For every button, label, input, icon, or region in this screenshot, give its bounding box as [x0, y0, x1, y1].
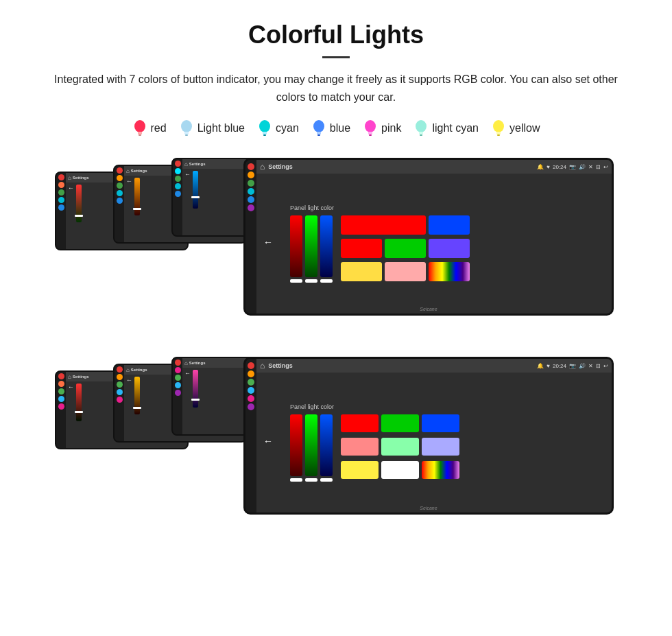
svg-rect-1 [138, 132, 142, 134]
big-device-settings-label: Settings [268, 163, 533, 170]
light-cyan-bulb-icon [413, 119, 429, 137]
cyan-bulb-icon [257, 119, 272, 137]
svg-rect-8 [263, 134, 266, 136]
blue-bulb-icon [311, 119, 326, 137]
big-device-bottom: ⌂ Settings 🔔♥20:24📷🔊✕⊟↩ ← Panel li [243, 357, 614, 515]
page-container: Colorful Lights Integrated with 7 colors… [0, 0, 672, 549]
devices-wrapper: ⌂ Settings ← [27, 158, 645, 521]
big-device-topbar-icons: 🔔♥20:24📷🔊✕⊟↩ [537, 164, 608, 170]
svg-point-6 [259, 120, 270, 132]
color-item-cyan: cyan [257, 119, 299, 137]
big-device-b-settings-label: Settings [268, 362, 533, 369]
svg-rect-5 [185, 134, 188, 136]
bottom-device-group: ⌂ Settings ← [55, 357, 617, 521]
panel-light-label: Panel light color [290, 204, 470, 211]
svg-point-15 [416, 120, 427, 132]
light-blue-bulb-icon [179, 119, 194, 137]
svg-rect-10 [317, 132, 321, 134]
light-blue-label: Light blue [197, 122, 245, 134]
big-device-top: ⌂ Settings 🔔♥20:24📷🔊✕⊟↩ ← Panel li [243, 158, 614, 316]
svg-point-12 [365, 120, 376, 132]
panel-light-label-b: Panel light color [290, 403, 459, 410]
pink-label: pink [381, 122, 401, 134]
subtitle: Integrated with 7 colors of button indic… [41, 71, 631, 106]
blue-label: blue [330, 122, 350, 134]
svg-rect-14 [369, 134, 372, 136]
device-watermark-top: Seicane [420, 307, 437, 311]
cyan-label: cyan [276, 122, 299, 134]
svg-rect-16 [419, 132, 423, 134]
color-item-light-blue: Light blue [179, 119, 245, 137]
svg-rect-4 [184, 132, 189, 134]
svg-point-9 [313, 120, 324, 132]
big-device-b-topbar-icons: 🔔♥20:24📷🔊✕⊟↩ [537, 363, 608, 369]
svg-rect-19 [496, 132, 501, 134]
svg-rect-2 [139, 134, 141, 136]
title-divider [322, 56, 350, 58]
yellow-bulb-icon [491, 119, 506, 137]
yellow-label: yellow [509, 122, 540, 134]
svg-point-18 [493, 120, 504, 132]
svg-rect-13 [368, 132, 372, 134]
color-legend: red Light blue cyan [27, 119, 645, 137]
top-device-group: ⌂ Settings ← [55, 158, 617, 322]
color-item-light-cyan: light cyan [413, 119, 479, 137]
device-watermark-bottom: Seicane [420, 506, 437, 510]
svg-point-0 [134, 120, 145, 132]
red-bulb-icon [132, 119, 147, 137]
red-label: red [151, 122, 167, 134]
light-cyan-label: light cyan [432, 122, 479, 134]
svg-rect-7 [263, 132, 267, 134]
color-item-blue: blue [311, 119, 350, 137]
color-item-yellow: yellow [491, 119, 540, 137]
pink-bulb-icon [363, 119, 378, 137]
svg-rect-17 [420, 134, 422, 136]
svg-point-3 [181, 120, 192, 132]
svg-rect-20 [497, 134, 500, 136]
color-item-red: red [132, 119, 167, 137]
page-title: Colorful Lights [27, 21, 645, 49]
color-item-pink: pink [363, 119, 401, 137]
svg-rect-11 [317, 134, 320, 136]
